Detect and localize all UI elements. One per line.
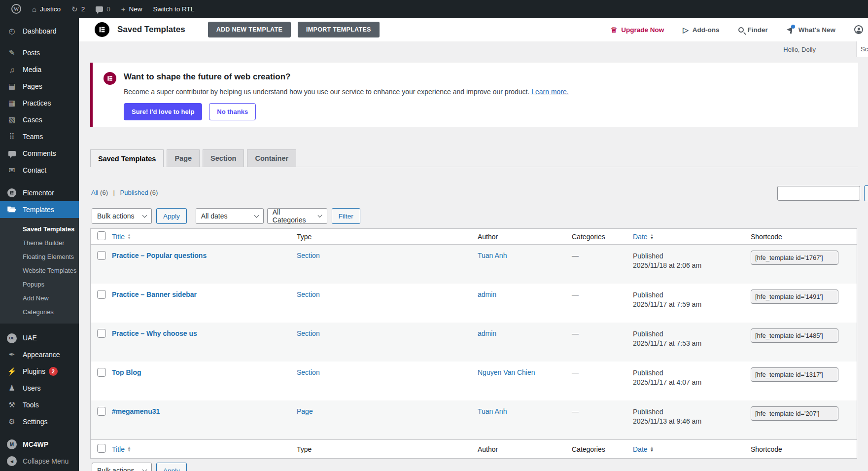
search-submit-button[interactable] — [864, 185, 868, 201]
settings-icon: ⚙ — [6, 417, 18, 426]
views-filter: All (6) | Published (6) — [91, 189, 158, 196]
megaphone-icon — [787, 26, 795, 33]
tab-container[interactable]: Container — [247, 149, 296, 167]
addons-link[interactable]: ▷ Add-ons — [683, 26, 719, 34]
apply-button[interactable]: Apply — [156, 208, 187, 224]
categories-select[interactable]: All Categories — [267, 208, 327, 224]
submenu-saved-templates[interactable]: Saved Templates — [0, 222, 79, 236]
shortcode-input[interactable] — [751, 251, 838, 265]
template-type-link[interactable]: Section — [297, 329, 320, 337]
template-type-link[interactable]: Section — [297, 290, 320, 298]
sidebar-item-elementor[interactable]: Elementor — [0, 184, 79, 201]
sidebar-item-cases[interactable]: ▧ Cases — [0, 111, 79, 128]
row-checkbox[interactable] — [97, 407, 106, 416]
sort-by-title[interactable]: Title ▲▼ — [112, 445, 131, 453]
sort-by-date[interactable]: Date ▲▼ — [633, 233, 654, 241]
submenu-categories[interactable]: Categories — [0, 305, 79, 319]
apply-button-bottom[interactable]: Apply — [156, 463, 187, 471]
template-status: Published — [633, 252, 746, 261]
site-name: Justico — [40, 5, 61, 13]
user-account-link[interactable] — [854, 25, 863, 34]
updates-link[interactable]: ↻ 2 — [66, 0, 90, 18]
sidebar-item-templates[interactable]: Templates — [0, 201, 79, 218]
finder-link[interactable]: Finder — [738, 26, 768, 34]
sidebar-item-practices[interactable]: ▦ Practices — [0, 95, 79, 111]
submenu-add-new[interactable]: Add New — [0, 291, 79, 305]
whats-new-link[interactable]: What's New — [787, 26, 835, 34]
shortcode-input[interactable] — [751, 328, 838, 343]
row-checkbox[interactable] — [97, 329, 106, 338]
select-all-checkbox[interactable] — [97, 231, 106, 240]
sidebar-item-uae[interactable]: UE UAE — [0, 329, 79, 346]
select-all-checkbox[interactable] — [97, 444, 106, 453]
template-type-link[interactable]: Section — [297, 252, 320, 259]
sidebar-item-plugins[interactable]: ⚡ Plugins 2 — [0, 363, 79, 380]
sidebar-item-comments[interactable]: Comments — [0, 145, 79, 162]
collapse-arrow-icon: ◂ — [6, 456, 18, 467]
sidebar-item-media[interactable]: ♫ Media — [0, 61, 79, 78]
elementor-header: Saved Templates ADD NEW TEMPLATE IMPORT … — [79, 18, 868, 41]
row-checkbox[interactable] — [97, 368, 106, 377]
sort-by-title[interactable]: Title ▲▼ — [112, 233, 131, 241]
template-status: Published — [633, 368, 746, 378]
sort-by-date[interactable]: Date ▲▼ — [633, 445, 654, 453]
uae-logo-icon: UE — [6, 332, 18, 343]
tab-section[interactable]: Section — [203, 149, 244, 167]
template-title-link[interactable]: Practice – Banner sidebar — [112, 290, 197, 298]
submenu-theme-builder[interactable]: Theme Builder — [0, 236, 79, 250]
sidebar-item-posts[interactable]: ✎ Posts — [0, 44, 79, 61]
learn-more-link[interactable]: Learn more. — [531, 88, 568, 96]
tab-saved-templates[interactable]: Saved Templates — [90, 149, 164, 167]
template-type-link[interactable]: Page — [297, 407, 313, 415]
sidebar-item-pages[interactable]: ▤ Pages — [0, 78, 79, 95]
sidebar-item-collapse[interactable]: ◂ Collapse Menu — [0, 453, 79, 470]
row-checkbox[interactable] — [97, 251, 106, 260]
site-link[interactable]: ⌂ Justico — [27, 0, 66, 18]
new-content-link[interactable]: + New — [116, 0, 148, 18]
bulk-actions-select[interactable]: Bulk actions — [92, 208, 152, 224]
sidebar-item-users[interactable]: ♟ Users — [0, 380, 79, 397]
tab-page[interactable]: Page — [167, 149, 200, 167]
no-thanks-button[interactable]: No thanks — [209, 103, 256, 120]
sidebar-item-dashboard[interactable]: ◴ Dashboard — [0, 23, 79, 39]
template-author-link[interactable]: Tuan Anh — [478, 252, 507, 259]
template-author-link[interactable]: Nguyen Van Chien — [478, 368, 535, 376]
screen-options-tab[interactable]: Screen Options — [856, 41, 868, 57]
comments-link[interactable]: 0 — [90, 0, 116, 18]
template-author-link[interactable]: Tuan Anh — [478, 407, 507, 415]
filter-button[interactable]: Filter — [332, 208, 360, 224]
bulk-actions-select-bottom[interactable]: Bulk actions — [92, 463, 152, 471]
search-input[interactable] — [777, 186, 860, 201]
sidebar-item-appearance[interactable]: ✒ Appearance — [0, 346, 79, 363]
sidebar-item-contact[interactable]: ✉ Contact — [0, 162, 79, 179]
dates-select[interactable]: All dates — [196, 208, 264, 224]
template-title-link[interactable]: Top Blog — [112, 368, 141, 376]
template-author-link[interactable]: admin — [478, 329, 496, 337]
accept-help-button[interactable]: Sure! I'd love to help — [124, 103, 202, 120]
template-author-link[interactable]: admin — [478, 290, 496, 298]
wordpress-menu[interactable]: W — [6, 0, 27, 18]
submenu-website-templates[interactable]: Website Templates — [0, 263, 79, 277]
submenu-floating-elements[interactable]: Floating Elements — [0, 250, 79, 263]
row-checkbox[interactable] — [97, 290, 106, 299]
sidebar-item-settings[interactable]: ⚙ Settings — [0, 413, 79, 430]
column-author: Author — [478, 445, 572, 453]
shortcode-input[interactable] — [751, 406, 838, 421]
template-title-link[interactable]: Practice – Why choose us — [112, 329, 197, 337]
sidebar-item-tools[interactable]: ⚒ Tools — [0, 397, 79, 413]
import-templates-button[interactable]: IMPORT TEMPLATES — [298, 22, 380, 37]
add-new-template-button[interactable]: ADD NEW TEMPLATE — [208, 22, 291, 37]
submenu-popups[interactable]: Popups — [0, 277, 79, 291]
view-published-link[interactable]: Published — [120, 189, 148, 196]
upgrade-now-link[interactable]: ♕ Upgrade Now — [611, 26, 664, 34]
view-all-link[interactable]: All — [91, 189, 98, 196]
template-title-link[interactable]: Practice – Popular questions — [112, 252, 207, 259]
template-type-link[interactable]: Section — [297, 368, 320, 376]
filter-bar: Bulk actions Apply All dates All Categor… — [92, 208, 360, 224]
shortcode-input[interactable] — [751, 290, 838, 304]
sidebar-item-teams[interactable]: ⠿ Teams — [0, 128, 79, 145]
shortcode-input[interactable] — [751, 367, 838, 382]
template-title-link[interactable]: #megamenu31 — [112, 407, 160, 415]
switch-rtl-link[interactable]: Switch to RTL — [147, 0, 200, 18]
sidebar-item-mc4wp[interactable]: M MC4WP — [0, 436, 79, 453]
